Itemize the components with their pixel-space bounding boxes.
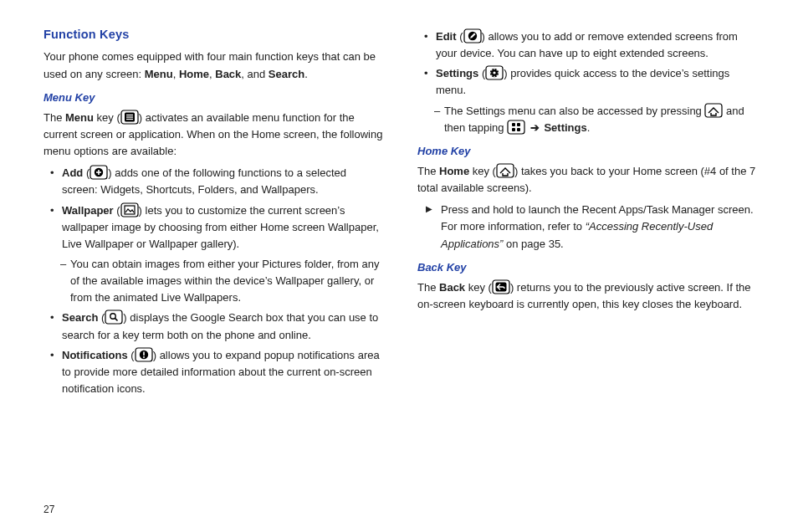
text: .: [304, 68, 308, 80]
list-item: Search () displays the Google Search box…: [43, 309, 384, 343]
option-label: Search: [62, 311, 98, 324]
paragraph: The Home key () takes you back to your H…: [417, 163, 758, 197]
sub-heading: Menu Key: [43, 90, 384, 106]
key-name: Home: [439, 165, 469, 177]
text: (: [128, 349, 135, 361]
step-item: Press and hold to launch the Recent Apps…: [417, 202, 758, 252]
text: (: [83, 166, 90, 179]
text: The Settings menu can also be accessed b…: [444, 105, 704, 117]
menu-icon: [120, 110, 139, 125]
picture-icon: [120, 202, 139, 217]
option-label: Add: [62, 166, 83, 179]
text: .: [587, 121, 591, 134]
sub-heading: Home Key: [417, 143, 758, 160]
two-column-layout: Function Keys Your phone comes equipped …: [43, 25, 758, 492]
left-column: Function Keys Your phone comes equipped …: [43, 25, 384, 492]
option-label: Edit: [436, 30, 457, 43]
option-label: Settings: [436, 67, 478, 79]
list-subitem: The Settings menu can also be accessed b…: [417, 103, 758, 136]
list-item: Notifications () allows you to expand po…: [43, 347, 384, 397]
list-item: Add () adds one of the following functio…: [43, 165, 384, 198]
list-item: Edit () allows you to add or remove exte…: [417, 28, 758, 62]
text: key (: [469, 165, 496, 177]
paragraph: The Menu key () activates an available m…: [43, 110, 384, 160]
home-icon: [496, 163, 514, 178]
text: (: [457, 30, 463, 43]
intro-paragraph: Your phone comes equipped with four main…: [43, 49, 384, 82]
text: The: [417, 165, 439, 177]
key-name: Back: [215, 68, 241, 80]
pencil-icon: [463, 28, 482, 43]
right-column: Edit () allows you to add or remove exte…: [417, 25, 758, 492]
text: Your phone comes equipped with four main…: [43, 50, 376, 79]
manual-page: Function Keys Your phone comes equipped …: [0, 0, 798, 532]
gear-icon: [485, 65, 504, 80]
option-label: Wallpaper: [62, 204, 114, 217]
text: key (: [465, 281, 492, 294]
text: ) allows you to add or remove extended s…: [436, 30, 738, 59]
text: Settings: [544, 121, 586, 134]
text: The: [43, 111, 65, 124]
key-name: Menu: [145, 68, 173, 80]
apps-grid-icon: [507, 120, 525, 135]
arrow-icon: ➔: [525, 121, 544, 134]
sub-heading: Back Key: [417, 259, 758, 276]
list-item: Wallpaper () lets you to customize the c…: [43, 202, 384, 253]
search-icon: [105, 309, 123, 325]
paragraph: The Back key () returns you to the previ…: [417, 279, 758, 313]
text: (: [478, 67, 485, 79]
list-item: Settings () provides quick access to the…: [417, 65, 758, 99]
text: (: [98, 311, 105, 324]
back-icon: [492, 279, 510, 294]
key-name: Back: [439, 281, 465, 294]
text: (: [114, 204, 120, 217]
text: You can obtain images from either your P…: [70, 258, 379, 304]
home-icon: [704, 103, 723, 118]
plus-icon: [90, 165, 108, 180]
page-number: 27: [43, 504, 758, 515]
section-heading: Function Keys: [43, 25, 384, 43]
option-label: Notifications: [62, 349, 128, 361]
info-icon: [135, 347, 153, 362]
text: key (: [94, 111, 120, 124]
list-subitem: You can obtain images from either your P…: [43, 256, 384, 306]
key-name: Menu: [65, 111, 94, 124]
key-name: Home: [179, 68, 209, 80]
text: on page 35.: [503, 238, 563, 250]
key-name: Search: [269, 68, 304, 80]
text: The: [417, 281, 439, 294]
